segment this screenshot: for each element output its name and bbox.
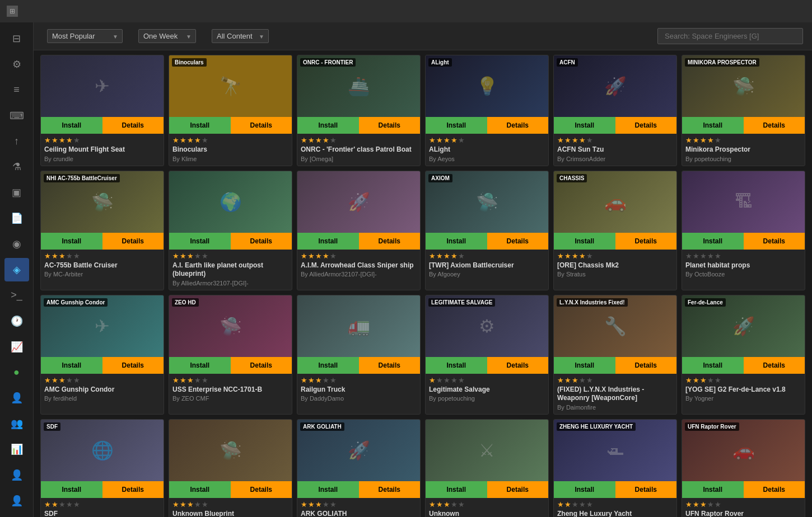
sidebar-item-flask[interactable]: ⚗ [4,155,29,178]
details-button[interactable]: Details [359,233,421,250]
install-button[interactable]: Install [682,357,744,374]
install-button[interactable]: Install [426,357,487,374]
details-button[interactable]: Details [744,233,805,250]
details-button[interactable]: Details [102,481,164,498]
install-button[interactable]: Install [426,233,487,250]
period-select[interactable]: One Week One Month All Time [138,29,196,43]
install-button[interactable]: Install [297,481,359,498]
details-button[interactable]: Details [487,357,549,374]
details-button[interactable]: Details [615,233,677,250]
sidebar-item-terminal[interactable]: >_ [4,284,29,307]
card-item[interactable]: SDF 🌐 Install Details ★★★★★ SDF By unkno… [40,419,164,517]
card-icon: 🔭 [220,76,242,97]
install-button[interactable]: Install [41,357,102,374]
install-button[interactable]: Install [297,117,359,134]
sidebar-item-person1[interactable]: 👤 [4,386,29,410]
sidebar-item-analytics[interactable]: 📊 [4,438,29,461]
details-button[interactable]: Details [615,117,677,134]
sidebar-item-camera[interactable]: ◉ [4,232,29,256]
card-item[interactable]: CHASSIS 🚗 Install Details ★★★★★ [ORE] Ch… [553,171,677,290]
content-type-select-wrapper[interactable]: All Content Mods Blueprints Scripts Worl… [212,29,269,43]
details-button[interactable]: Details [744,117,805,134]
install-button[interactable]: Install [297,233,359,250]
card-item[interactable]: ONRC - FRONTIER 🚢 Install Details ★★★★★ … [297,55,421,166]
details-button[interactable]: Details [231,117,292,134]
card-item[interactable]: LEGITIMATE SALVAGE ⚙ Install Details ★★★… [425,295,549,415]
install-button[interactable]: Install [554,117,615,134]
sidebar-item-gamepad[interactable]: ◈ [4,258,29,281]
period-select-wrapper[interactable]: One Week One Month All Time [138,29,196,43]
sort-select[interactable]: Most Popular Most Recent Most Subscribed [47,29,123,43]
install-button[interactable]: Install [41,481,102,498]
install-button[interactable]: Install [682,233,744,250]
details-button[interactable]: Details [231,481,292,498]
details-button[interactable]: Details [231,233,292,250]
card-item[interactable]: ACFN 🚀 Install Details ★★★★★ ACFN Sun Tz… [553,55,677,166]
sidebar-item-status[interactable]: ● [4,361,29,384]
details-button[interactable]: Details [102,117,164,134]
details-button[interactable]: Details [102,357,164,374]
install-button[interactable]: Install [169,481,231,498]
install-button[interactable]: Install [169,117,231,134]
card-item[interactable]: ⚔ Install Details ★★★★★ Unknown By unkno… [425,419,549,517]
card-item[interactable]: ALight 💡 Install Details ★★★★★ ALight By… [425,55,549,166]
install-button[interactable]: Install [682,481,744,498]
card-item[interactable]: Fer-de-Lance 🚀 Install Details ★★★★★ [YO… [682,295,805,415]
install-button[interactable]: Install [682,117,744,134]
search-input[interactable] [657,28,803,44]
sidebar-item-person4[interactable]: 👤 [4,489,29,513]
details-button[interactable]: Details [359,117,421,134]
card-item[interactable]: MINIKORA PROSPECTOR 🛸 Install Details ★★… [682,55,805,166]
install-button[interactable]: Install [169,233,231,250]
details-button[interactable]: Details [231,357,292,374]
card-item[interactable]: AXIOM 🛸 Install Details ★★★★★ [TWR] Axio… [425,171,549,290]
card-item[interactable]: Binoculars 🔭 Install Details ★★★★★ Binoc… [169,55,292,166]
sidebar-item-toggle[interactable]: ⊟ [4,27,29,50]
sidebar-item-clock[interactable]: 🕐 [4,309,29,333]
install-button[interactable]: Install [554,357,615,374]
install-button[interactable]: Install [426,481,487,498]
sidebar-item-cloud[interactable]: ↑ [4,130,29,153]
sidebar-item-person3[interactable]: 👤 [4,463,29,487]
card-item[interactable]: UFN Raptor Rover 🚗 Install Details ★★★★★… [682,419,805,517]
install-button[interactable]: Install [41,117,102,134]
sort-select-wrapper[interactable]: Most Popular Most Recent Most Subscribed [47,29,123,43]
card-item[interactable]: 🌍 Install Details ★★★★★ A.I. Earth like … [169,171,292,290]
sidebar-item-folder[interactable]: ▣ [4,181,29,204]
install-button[interactable]: Install [169,357,231,374]
card-item[interactable]: 🚀 Install Details ★★★★★ A.I.M. Arrowhead… [297,171,421,290]
sidebar-item-settings[interactable]: ⚙ [4,53,29,76]
details-button[interactable]: Details [359,481,421,498]
card-item[interactable]: L.Y.N.X Industries Fixed! 🔧 Install Deta… [553,295,677,415]
sidebar-item-sliders[interactable]: ≡ [4,78,29,102]
card-author: By CrimsonAdder [554,156,676,166]
content-type-select[interactable]: All Content Mods Blueprints Scripts Worl… [212,29,269,43]
install-button[interactable]: Install [297,357,359,374]
details-button[interactable]: Details [744,357,805,374]
install-button[interactable]: Install [426,117,487,134]
card-item[interactable]: ZEO HD 🛸 Install Details ★★★★★ USS Enter… [169,295,292,415]
sidebar-item-keyboard[interactable]: ⌨ [4,104,29,128]
details-button[interactable]: Details [102,233,164,250]
details-button[interactable]: Details [487,481,549,498]
install-button[interactable]: Install [554,233,615,250]
details-button[interactable]: Details [487,233,549,250]
card-item[interactable]: 🏗 Install Details ★★★★★ Planet habitat p… [682,171,805,290]
card-item[interactable]: ✈ Install Details ★★★★★ Ceiling Mount Fl… [40,55,164,166]
sidebar-item-person2[interactable]: 👥 [4,412,29,435]
card-item[interactable]: ZHENG HE LUXURY YACHT 🛥 Install Details … [553,419,677,517]
card-item[interactable]: AMC Gunship Condor ✈ Install Details ★★★… [40,295,164,415]
details-button[interactable]: Details [359,357,421,374]
details-button[interactable]: Details [744,481,805,498]
card-item[interactable]: 🛸 Install Details ★★★★★ Unknown Blueprin… [169,419,292,517]
details-button[interactable]: Details [615,481,677,498]
install-button[interactable]: Install [554,481,615,498]
details-button[interactable]: Details [487,117,549,134]
card-item[interactable]: 🚛 Install Details ★★★★★ Railgun Truck By… [297,295,421,415]
card-item[interactable]: NHI AC-755b BattleCruiser 🛸 Install Deta… [40,171,164,290]
card-item[interactable]: ARK GOLIATH 🚀 Install Details ★★★★★ ARK … [297,419,421,517]
sidebar-item-chart[interactable]: 📈 [4,335,29,359]
install-button[interactable]: Install [41,233,102,250]
details-button[interactable]: Details [615,357,677,374]
sidebar-item-file[interactable]: 📄 [4,206,29,230]
